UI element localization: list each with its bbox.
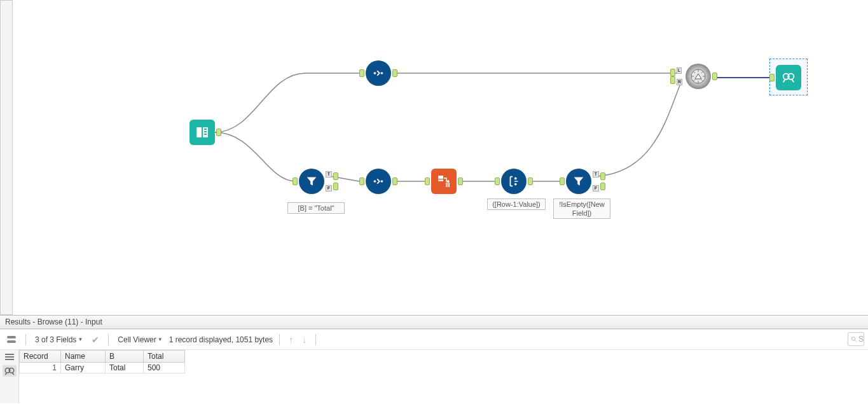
svg-rect-9 xyxy=(438,176,443,179)
arrow-up-icon[interactable]: ↑ xyxy=(286,333,296,346)
col-total[interactable]: Total xyxy=(144,351,185,363)
cell-b: Total xyxy=(106,363,144,373)
col-name[interactable]: Name xyxy=(61,351,106,363)
data-grid[interactable]: Record Name B Total 1 Garry Total 500 xyxy=(19,350,185,403)
search-icon xyxy=(851,335,857,343)
fields-dropdown[interactable]: 3 of 3 Fields ▼ xyxy=(32,334,85,345)
filter2-annotation: !IsEmpty([New Field]) xyxy=(553,199,610,219)
grid-sidebar xyxy=(0,350,19,403)
table-header-row: Record Name B Total xyxy=(20,351,185,363)
select-tool-top[interactable] xyxy=(366,60,391,86)
svg-rect-10 xyxy=(438,179,443,181)
results-toolbar: 3 of 3 Fields ▼ ✔ Cell Viewer ▼ 1 record… xyxy=(0,330,868,350)
svg-rect-11 xyxy=(446,183,450,187)
svg-rect-3 xyxy=(204,131,207,132)
join-tool[interactable]: L R xyxy=(685,64,711,89)
col-record[interactable]: Record xyxy=(20,351,61,363)
svg-rect-30 xyxy=(7,340,16,343)
metadata-toggle-icon[interactable] xyxy=(4,334,19,345)
svg-point-5 xyxy=(374,72,376,74)
record-summary-label: 1 record displayed, 1051 bytes xyxy=(169,335,273,344)
caret-down-icon: ▼ xyxy=(158,337,163,342)
filter1-annotation: [B] = "Total" xyxy=(287,202,345,214)
svg-point-8 xyxy=(381,180,383,183)
list-view-icon[interactable] xyxy=(3,351,17,363)
cell-viewer-dropdown[interactable]: Cell Viewer ▼ xyxy=(115,334,165,345)
svg-line-32 xyxy=(855,340,856,342)
transpose-tool[interactable] xyxy=(431,169,457,194)
svg-point-31 xyxy=(851,337,855,341)
svg-line-38 xyxy=(5,373,6,375)
svg-point-15 xyxy=(514,183,517,186)
col-b[interactable]: B xyxy=(106,351,144,363)
svg-point-7 xyxy=(374,180,376,183)
arrow-down-icon[interactable]: ↓ xyxy=(300,333,309,346)
multirow-formula-tool[interactable] xyxy=(501,169,527,194)
formula-annotation: ([Row-1:Value]) xyxy=(487,199,546,210)
table-row[interactable]: 1 Garry Total 500 xyxy=(20,363,185,373)
svg-rect-29 xyxy=(7,336,16,338)
results-title: Results - Browse (11) - Input xyxy=(0,316,868,329)
search-placeholder: S xyxy=(858,335,864,344)
svg-line-27 xyxy=(783,80,785,83)
apply-check-icon[interactable]: ✔ xyxy=(89,333,102,346)
cell-total: 500 xyxy=(144,363,185,373)
fields-summary-label: 3 of 3 Fields xyxy=(35,335,76,344)
connection-wires xyxy=(13,0,868,315)
svg-rect-2 xyxy=(204,129,207,130)
svg-point-14 xyxy=(514,178,517,180)
svg-line-28 xyxy=(792,80,794,83)
filter-tool-2[interactable]: T F xyxy=(566,169,591,194)
svg-point-6 xyxy=(381,72,383,74)
caret-down-icon: ▼ xyxy=(78,337,83,342)
left-panel-border xyxy=(0,0,13,315)
select-tool-bottom[interactable] xyxy=(366,169,391,194)
cell-name: Garry xyxy=(61,363,106,373)
browse-view-icon[interactable] xyxy=(3,365,17,377)
cell-record: 1 xyxy=(20,363,61,373)
svg-line-39 xyxy=(12,373,13,375)
grid-wrap: Record Name B Total 1 Garry Total 500 xyxy=(0,350,868,403)
svg-rect-0 xyxy=(196,127,202,137)
input-data-tool[interactable] xyxy=(189,120,215,145)
filter-tool-1[interactable]: T F xyxy=(299,169,324,194)
results-body: 3 of 3 Fields ▼ ✔ Cell Viewer ▼ 1 record… xyxy=(0,329,868,403)
results-panel: Results - Browse (11) - Input 3 of 3 Fie… xyxy=(0,315,868,404)
cell-viewer-label: Cell Viewer xyxy=(118,335,156,344)
svg-rect-4 xyxy=(204,134,207,135)
search-input[interactable]: S xyxy=(848,332,864,346)
workflow-canvas[interactable]: T F [B] = "Total" ([Row-1:Value]) T F !I… xyxy=(13,0,868,315)
browse-tool[interactable] xyxy=(776,65,801,90)
